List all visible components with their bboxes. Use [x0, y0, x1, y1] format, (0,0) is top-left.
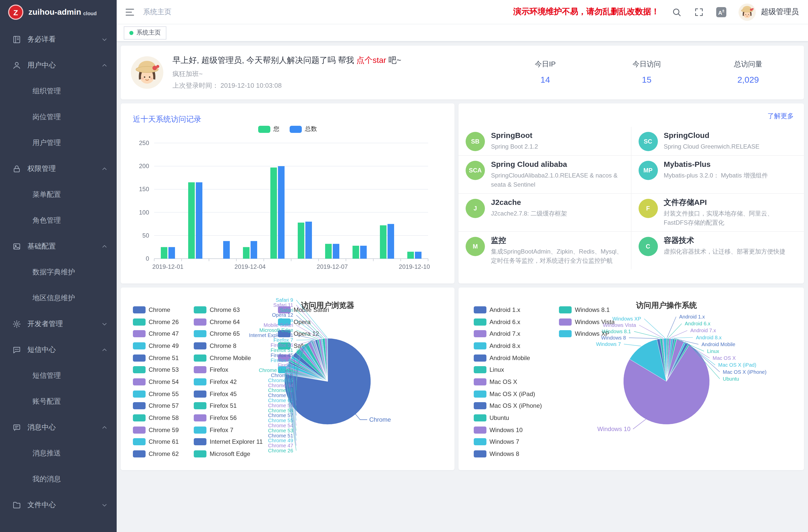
legend-item[interactable]: Internet Explorer 11 — [194, 436, 263, 448]
bar[interactable] — [168, 247, 175, 259]
bar[interactable] — [188, 182, 195, 259]
bar[interactable] — [161, 247, 167, 259]
bar[interactable] — [298, 223, 304, 259]
legend-item[interactable]: Chrome 55 — [133, 388, 179, 400]
legend-swatch — [474, 450, 486, 457]
bar[interactable] — [196, 182, 202, 259]
legend-item[interactable]: Firefox 45 — [194, 388, 263, 400]
legend-item[interactable]: Chrome 57 — [133, 400, 179, 412]
sidebar-item[interactable]: 地区信息维护 — [0, 285, 117, 311]
app-logo[interactable]: Z zuihou-admin cloud — [0, 0, 117, 24]
legend-swatch — [474, 366, 486, 373]
search-icon[interactable] — [672, 7, 682, 17]
sidebar-item[interactable]: 我的消息 — [0, 466, 117, 492]
sidebar-item[interactable]: 数据字典维护 — [0, 259, 117, 285]
sidebar-item[interactable]: 用户管理 — [0, 130, 117, 156]
legend-item[interactable]: Mobile Safari — [278, 304, 329, 316]
legend-item[interactable]: Firefox 7 — [194, 424, 263, 436]
legend-item[interactable]: Chrome 47 — [133, 328, 179, 340]
legend-item[interactable]: Linux — [474, 364, 542, 376]
tab-home[interactable]: 系统主页 — [124, 26, 166, 39]
bar[interactable] — [380, 225, 386, 259]
sidebar-item[interactable]: 文件中心 — [0, 492, 117, 518]
bar[interactable] — [325, 244, 332, 259]
legend-item[interactable]: Chrome — [133, 304, 179, 316]
legend-label: Firefox 7 — [210, 426, 233, 433]
collapse-icon[interactable] — [125, 7, 135, 17]
legend-item[interactable]: Android 6.x — [474, 316, 542, 328]
legend-item[interactable]: Windows XP — [559, 328, 615, 340]
legend-item[interactable]: Opera 12 — [278, 328, 329, 340]
legend-item[interactable]: Chrome 65 — [194, 328, 263, 340]
bar[interactable] — [223, 241, 230, 259]
legend-item[interactable]: Chrome 59 — [133, 424, 179, 436]
legend-item[interactable]: Mac OS X (iPad) — [474, 388, 542, 400]
sidebar-item[interactable]: 短信中心 — [0, 337, 117, 363]
star-link[interactable]: 点个star — [356, 56, 386, 64]
bar[interactable] — [352, 246, 359, 259]
legend-item[interactable]: Firefox — [194, 364, 263, 376]
bar[interactable] — [333, 244, 339, 259]
sidebar-item[interactable]: 角色管理 — [0, 207, 117, 233]
legend-item[interactable]: Windows 8.1 — [559, 304, 615, 316]
legend-item[interactable]: Mac OS X — [474, 376, 542, 388]
legend-item[interactable]: Microsoft Edge — [194, 448, 263, 460]
legend-item[interactable]: Windows 7 — [474, 436, 542, 448]
sidebar-item[interactable]: 账号配置 — [0, 388, 117, 414]
avatar[interactable] — [738, 3, 756, 20]
legend-item[interactable]: Chrome 8 — [194, 340, 263, 352]
sidebar-item[interactable]: 基础配置 — [0, 233, 117, 259]
sidebar-item[interactable]: 组织管理 — [0, 78, 117, 104]
legend-item[interactable]: Android 7.x — [474, 328, 542, 340]
breadcrumb[interactable]: 系统主页 — [143, 7, 171, 17]
learn-more-link[interactable]: 了解更多 — [767, 112, 794, 121]
sidebar-item[interactable]: 消息推送 — [0, 440, 117, 466]
bar[interactable] — [415, 252, 422, 259]
legend-item[interactable]: Chrome 54 — [133, 376, 179, 388]
sidebar-item[interactable]: 用户中心 — [0, 52, 117, 78]
legend-item[interactable]: Chrome 63 — [194, 304, 263, 316]
legend-item[interactable]: Windows 10 — [474, 424, 542, 436]
bar[interactable] — [270, 168, 277, 259]
bar[interactable] — [407, 252, 414, 259]
sidebar-item[interactable]: 权限管理 — [0, 156, 117, 182]
legend-item[interactable]: Windows Vista — [559, 316, 615, 328]
bar[interactable] — [243, 247, 250, 259]
legend-item[interactable]: Android 1.x — [474, 304, 542, 316]
legend-item[interactable]: Chrome 62 — [133, 448, 179, 460]
legend-item[interactable]: Chrome 51 — [133, 352, 179, 364]
legend-item[interactable]: Mac OS X (iPhone) — [474, 400, 542, 412]
legend-item[interactable]: Firefox 42 — [194, 376, 263, 388]
legend-item[interactable]: Opera — [278, 316, 329, 328]
fullscreen-icon[interactable] — [694, 7, 704, 17]
legend-item[interactable]: 总数 — [290, 125, 317, 133]
legend-item[interactable]: Firefox 51 — [194, 400, 263, 412]
bar[interactable] — [360, 246, 367, 259]
legend-item[interactable]: Android Mobile — [474, 352, 542, 364]
legend-item[interactable]: Chrome 64 — [194, 316, 263, 328]
sidebar-item[interactable]: 消息中心 — [0, 414, 117, 440]
legend-item[interactable]: Android 8.x — [474, 340, 542, 352]
legend-item[interactable]: Firefox 56 — [194, 412, 263, 424]
legend-item[interactable]: Chrome 58 — [133, 412, 179, 424]
bar[interactable] — [278, 166, 284, 259]
legend-swatch — [194, 354, 207, 361]
sidebar-item[interactable]: 务必详看 — [0, 26, 117, 52]
font-size-icon[interactable]: A± — [716, 7, 726, 17]
legend-item[interactable]: Chrome 49 — [133, 340, 179, 352]
bar[interactable] — [251, 241, 257, 259]
legend-item[interactable]: Ubuntu — [474, 412, 542, 424]
bar[interactable] — [305, 222, 312, 259]
sidebar-item[interactable]: 开发者管理 — [0, 311, 117, 337]
sidebar-item[interactable]: 岗位管理 — [0, 104, 117, 130]
sidebar-item[interactable]: 菜单配置 — [0, 182, 117, 207]
username[interactable]: 超级管理员 — [761, 7, 799, 17]
legend-item[interactable]: Windows 8 — [474, 448, 542, 460]
legend-item[interactable]: Chrome 61 — [133, 436, 179, 448]
legend-item[interactable]: Chrome 53 — [133, 364, 179, 376]
sidebar-item[interactable]: 短信管理 — [0, 363, 117, 388]
legend-item[interactable]: Chrome 26 — [133, 316, 179, 328]
legend-item[interactable]: 您 — [258, 125, 279, 133]
legend-item[interactable]: Chrome Mobile — [194, 352, 263, 364]
bar[interactable] — [387, 224, 394, 259]
